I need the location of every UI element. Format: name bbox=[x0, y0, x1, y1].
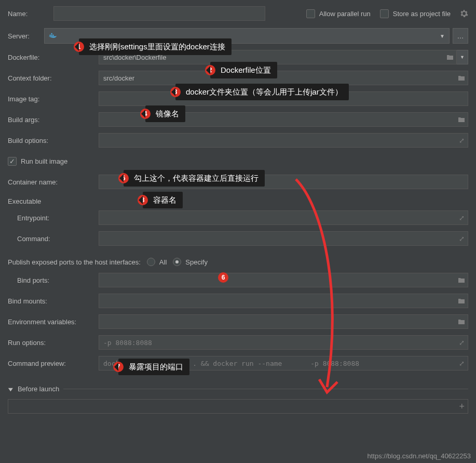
badge-3: 3 bbox=[170, 87, 181, 97]
radio-specify-label: Specify bbox=[185, 258, 208, 266]
server-label: Server: bbox=[8, 32, 44, 40]
svg-rect-2 bbox=[53, 35, 54, 36]
badge-5: 5 bbox=[118, 173, 129, 183]
bindmounts-input-wrap bbox=[99, 294, 468, 308]
plus-icon[interactable]: + bbox=[459, 401, 465, 412]
callout-7: 7 暴露项目的端口 bbox=[118, 359, 189, 375]
server-browse-button[interactable]: … bbox=[453, 28, 468, 44]
run-built-checkbox[interactable] bbox=[8, 157, 17, 166]
command-label: Command: bbox=[8, 235, 99, 243]
folder-icon[interactable] bbox=[455, 277, 468, 283]
buildoptions-input-wrap: ⤢ bbox=[99, 133, 468, 148]
entrypoint-input-wrap: ⤢ bbox=[99, 210, 468, 225]
store-project-checkbox[interactable]: Store as project file bbox=[380, 9, 451, 18]
env-input[interactable] bbox=[99, 315, 455, 328]
before-launch-label: Before launch bbox=[18, 385, 59, 393]
expand-icon[interactable]: ⤢ bbox=[455, 235, 468, 243]
bindports-input[interactable] bbox=[99, 274, 455, 287]
buildargs-label: Build args: bbox=[8, 116, 99, 124]
folder-icon[interactable] bbox=[455, 298, 468, 304]
runoptions-label: Run options: bbox=[8, 339, 99, 347]
dropdown-arrow-icon: ▼ bbox=[440, 33, 445, 39]
expand-icon[interactable]: ⤢ bbox=[455, 360, 468, 367]
badge-1: 1 bbox=[74, 42, 84, 52]
expand-icon[interactable]: ⤢ bbox=[455, 339, 468, 347]
buildoptions-input[interactable] bbox=[99, 134, 455, 147]
chevron-down-icon[interactable]: ▼ bbox=[7, 386, 15, 392]
entrypoint-input[interactable] bbox=[99, 211, 455, 224]
divider bbox=[63, 389, 468, 389]
context-label: Context folder: bbox=[8, 74, 99, 82]
expand-icon[interactable]: ⤢ bbox=[455, 214, 468, 222]
container-label: Container name: bbox=[8, 178, 99, 186]
callout-5: 5 勾上这个，代表容器建立后直接运行 bbox=[124, 170, 265, 187]
publish-label: Publish exposed ports to the host interf… bbox=[8, 258, 141, 266]
folder-icon[interactable] bbox=[455, 116, 468, 123]
svg-rect-0 bbox=[50, 35, 51, 36]
badge-8: 8 bbox=[138, 195, 148, 205]
allow-parallel-checkbox[interactable]: Allow parallel run bbox=[306, 9, 371, 18]
folder-icon[interactable] bbox=[455, 319, 468, 325]
command-input-wrap: ⤢ bbox=[99, 231, 468, 246]
context-input-wrap bbox=[99, 71, 468, 85]
env-input-wrap bbox=[99, 314, 468, 329]
callout-4: 4 镜像名 bbox=[145, 105, 185, 122]
svg-rect-3 bbox=[51, 33, 52, 34]
bindmounts-label: Bind mounts: bbox=[8, 297, 99, 305]
bindports-input-wrap bbox=[99, 273, 468, 287]
runoptions-input[interactable] bbox=[99, 336, 455, 349]
watermark: https://blog.csdn.net/qq_40622253 bbox=[368, 452, 471, 460]
context-input[interactable] bbox=[99, 72, 455, 85]
bindmounts-input[interactable] bbox=[99, 295, 455, 308]
preview-label: Command preview: bbox=[8, 360, 99, 367]
dockerfile-dropdown-button[interactable]: ▼ bbox=[457, 50, 468, 64]
store-project-label: Store as project file bbox=[393, 10, 451, 18]
runoptions-input-wrap: ⤢ bbox=[99, 335, 468, 350]
docker-icon bbox=[49, 32, 58, 39]
svg-rect-1 bbox=[51, 35, 52, 36]
imagetag-label: Image tag: bbox=[8, 95, 99, 103]
badge-4: 4 bbox=[140, 109, 151, 119]
buildoptions-label: Build options: bbox=[8, 137, 99, 144]
radio-specify[interactable]: Specify bbox=[173, 258, 208, 266]
callout-8: 8 容器名 bbox=[143, 192, 183, 208]
entrypoint-label: Entrypoint: bbox=[8, 214, 99, 222]
callout-2: 2 Dockerfile位置 bbox=[210, 62, 277, 78]
before-launch-list[interactable]: + bbox=[8, 399, 468, 414]
radio-all[interactable]: All bbox=[147, 258, 167, 266]
expand-icon[interactable]: ⤢ bbox=[455, 137, 468, 144]
folder-icon[interactable] bbox=[455, 75, 468, 81]
folder-icon[interactable] bbox=[444, 54, 456, 60]
run-built-label: Run built image bbox=[21, 157, 67, 165]
badge-2: 2 bbox=[205, 65, 215, 75]
name-label: Name: bbox=[8, 10, 44, 18]
env-label: Environment variables: bbox=[8, 318, 99, 326]
badge-6: 6 bbox=[218, 272, 228, 283]
badge-7: 7 bbox=[113, 362, 124, 372]
callout-1: 1 选择刚刚settings里面设置的docker连接 bbox=[79, 38, 232, 55]
allow-parallel-label: Allow parallel run bbox=[319, 10, 371, 18]
command-input[interactable] bbox=[99, 232, 455, 245]
name-input[interactable] bbox=[53, 6, 265, 21]
executable-header: Executable bbox=[0, 192, 476, 207]
radio-all-label: All bbox=[159, 258, 167, 266]
bindports-label: Bind ports: bbox=[8, 276, 99, 284]
gear-icon[interactable] bbox=[460, 9, 468, 18]
callout-3: 3 docker文件夹位置（等会儿用于上传jar文件） bbox=[175, 84, 349, 100]
